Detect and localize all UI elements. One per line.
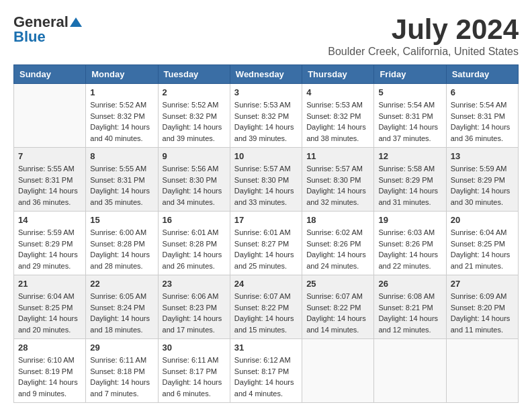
logo-blue-text: Blue <box>13 28 46 46</box>
day-number: 30 <box>163 342 226 353</box>
calendar-cell: 11Sunrise: 5:57 AMSunset: 8:30 PMDayligh… <box>302 148 374 212</box>
calendar-cell: 3Sunrise: 5:53 AMSunset: 8:32 PMDaylight… <box>230 84 302 148</box>
cell-text-line: Sunrise: 6:10 AM <box>18 355 81 366</box>
cell-text-line: Sunrise: 5:54 AM <box>378 99 441 111</box>
cell-text-line: and 29 minutes. <box>18 261 81 272</box>
cell-text-line: Daylight: 14 hours <box>234 377 298 388</box>
cell-text-line: and 12 minutes. <box>378 324 441 336</box>
cell-text-line: Sunset: 8:29 PM <box>378 175 441 186</box>
logo: General Blue <box>13 13 82 46</box>
month-title: July 2024 <box>328 13 519 46</box>
cell-text-line: Sunrise: 5:59 AM <box>18 227 81 238</box>
calendar-cell: 9Sunrise: 5:56 AMSunset: 8:30 PMDaylight… <box>158 148 230 212</box>
title-area: July 2024 Boulder Creek, California, Uni… <box>328 13 519 58</box>
cell-text-line: Sunrise: 6:00 AM <box>90 227 153 238</box>
calendar-cell: 10Sunrise: 5:57 AMSunset: 8:30 PMDayligh… <box>230 148 302 212</box>
cell-text-line: Sunset: 8:32 PM <box>234 111 298 122</box>
cell-text-line: and 35 minutes. <box>90 197 153 208</box>
cell-text-line: and 37 minutes. <box>378 133 441 144</box>
day-number: 29 <box>90 342 153 353</box>
cell-text-line: Sunrise: 6:07 AM <box>306 291 369 302</box>
day-number: 25 <box>306 279 369 289</box>
cell-text-line: and 4 minutes. <box>234 388 298 400</box>
cell-text-line: Daylight: 14 hours <box>378 122 441 133</box>
cell-text-line: Sunset: 8:32 PM <box>163 111 226 122</box>
cell-text-line: and 6 minutes. <box>163 388 226 400</box>
cell-text-line: Daylight: 14 hours <box>451 313 514 324</box>
calendar-cell: 29Sunrise: 6:11 AMSunset: 8:18 PMDayligh… <box>86 339 158 403</box>
cell-text-line: Daylight: 14 hours <box>18 185 81 197</box>
calendar-cell: 16Sunrise: 6:01 AMSunset: 8:28 PMDayligh… <box>158 212 230 275</box>
cell-text-line: Daylight: 14 hours <box>378 249 441 261</box>
cell-text-line: and 36 minutes. <box>451 133 514 144</box>
cell-text-line: Daylight: 14 hours <box>90 185 153 197</box>
day-number: 8 <box>90 151 153 161</box>
cell-text-line: and 32 minutes. <box>306 197 369 208</box>
cell-text-line: and 26 minutes. <box>163 261 226 272</box>
cell-text-line: Daylight: 14 hours <box>451 122 514 133</box>
calendar-cell: 13Sunrise: 5:59 AMSunset: 8:29 PMDayligh… <box>446 148 518 212</box>
cell-text-line: Sunrise: 6:04 AM <box>451 227 514 238</box>
cell-text-line: and 17 minutes. <box>163 324 226 336</box>
cell-text-line: Sunrise: 5:54 AM <box>451 99 514 111</box>
cell-text-line: Daylight: 14 hours <box>306 249 369 261</box>
cell-text-line: Sunset: 8:29 PM <box>451 175 514 186</box>
calendar-cell <box>14 84 86 148</box>
cell-text-line: Sunrise: 6:12 AM <box>234 355 298 366</box>
calendar-cell: 30Sunrise: 6:11 AMSunset: 8:17 PMDayligh… <box>158 339 230 403</box>
cell-text-line: Sunset: 8:27 PM <box>234 238 298 250</box>
cell-text-line: Sunset: 8:17 PM <box>163 366 226 377</box>
calendar-table: SundayMondayTuesdayWednesdayThursdayFrid… <box>13 64 519 403</box>
cell-text-line: Sunset: 8:20 PM <box>451 302 514 314</box>
cell-text-line: and 39 minutes. <box>163 133 226 144</box>
cell-text-line: and 22 minutes. <box>378 261 441 272</box>
cell-text-line: Daylight: 14 hours <box>18 377 81 388</box>
day-number: 15 <box>90 215 153 225</box>
calendar-cell: 18Sunrise: 6:02 AMSunset: 8:26 PMDayligh… <box>302 212 374 275</box>
calendar-week-row: 28Sunrise: 6:10 AMSunset: 8:19 PMDayligh… <box>14 339 519 403</box>
cell-text-line: and 15 minutes. <box>234 324 298 336</box>
cell-text-line: Daylight: 14 hours <box>306 185 369 197</box>
cell-text-line: Sunset: 8:22 PM <box>306 302 369 314</box>
cell-text-line: Daylight: 14 hours <box>163 313 226 324</box>
day-number: 2 <box>163 87 226 97</box>
day-number: 11 <box>306 151 369 161</box>
cell-text-line: Sunrise: 5:56 AM <box>163 163 226 175</box>
cell-text-line: Sunrise: 5:57 AM <box>234 163 298 175</box>
day-number: 18 <box>306 215 369 225</box>
cell-text-line: Daylight: 14 hours <box>163 185 226 197</box>
cell-text-line: Sunrise: 6:02 AM <box>306 227 369 238</box>
cell-text-line: Sunset: 8:31 PM <box>18 175 81 186</box>
cell-text-line: and 14 minutes. <box>306 324 369 336</box>
cell-text-line: Sunrise: 5:57 AM <box>306 163 369 175</box>
calendar-cell: 26Sunrise: 6:08 AMSunset: 8:21 PMDayligh… <box>374 275 446 339</box>
cell-text-line: Sunset: 8:32 PM <box>90 111 153 122</box>
cell-text-line: Daylight: 14 hours <box>163 122 226 133</box>
logo-triangle-icon <box>70 16 82 28</box>
cell-text-line: Sunrise: 6:06 AM <box>163 291 226 302</box>
location-title: Boulder Creek, California, United States <box>328 46 519 58</box>
cell-text-line: and 39 minutes. <box>234 133 298 144</box>
calendar-cell: 7Sunrise: 5:55 AMSunset: 8:31 PMDaylight… <box>14 148 86 212</box>
cell-text-line: Sunrise: 5:53 AM <box>234 99 298 111</box>
calendar-cell: 2Sunrise: 5:52 AMSunset: 8:32 PMDaylight… <box>158 84 230 148</box>
cell-text-line: Daylight: 14 hours <box>378 313 441 324</box>
cell-text-line: Sunset: 8:25 PM <box>18 302 81 314</box>
day-number: 14 <box>18 215 81 225</box>
day-number: 20 <box>451 215 514 225</box>
cell-text-line: and 7 minutes. <box>90 388 153 400</box>
cell-text-line: Sunrise: 5:53 AM <box>306 99 369 111</box>
cell-text-line: Daylight: 14 hours <box>18 249 81 261</box>
cell-text-line: Sunset: 8:30 PM <box>306 175 369 186</box>
calendar-cell: 6Sunrise: 5:54 AMSunset: 8:31 PMDaylight… <box>446 84 518 148</box>
day-number: 4 <box>306 87 369 97</box>
cell-text-line: Daylight: 14 hours <box>234 249 298 261</box>
calendar-cell: 31Sunrise: 6:12 AMSunset: 8:17 PMDayligh… <box>230 339 302 403</box>
calendar-header-friday: Friday <box>374 65 446 84</box>
cell-text-line: and 31 minutes. <box>378 197 441 208</box>
cell-text-line: Sunrise: 6:11 AM <box>90 355 153 366</box>
calendar-cell: 12Sunrise: 5:58 AMSunset: 8:29 PMDayligh… <box>374 148 446 212</box>
day-number: 27 <box>451 279 514 289</box>
cell-text-line: and 28 minutes. <box>90 261 153 272</box>
cell-text-line: Sunset: 8:25 PM <box>451 238 514 250</box>
